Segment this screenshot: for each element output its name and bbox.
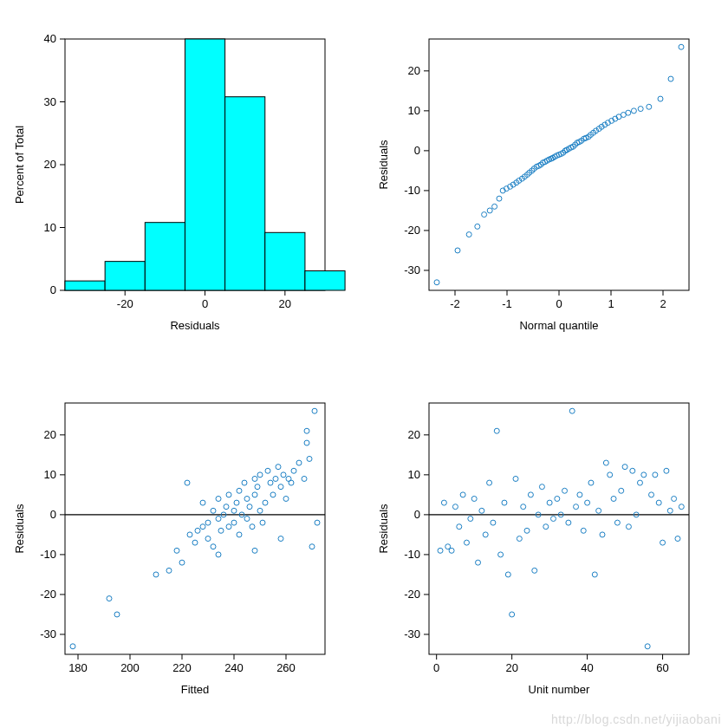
data-point <box>631 108 636 114</box>
histogram-bar <box>145 223 185 290</box>
y-tick-label: 40 <box>44 32 56 45</box>
data-point <box>216 496 221 501</box>
y-tick-label: -10 <box>40 548 56 561</box>
data-point <box>574 504 579 510</box>
data-point <box>466 232 471 237</box>
data-point <box>547 500 552 505</box>
data-point <box>216 516 221 521</box>
x-tick-label: -2 <box>450 297 460 310</box>
data-point <box>179 560 185 565</box>
data-point <box>638 107 643 112</box>
data-point <box>278 484 283 490</box>
data-point <box>114 612 120 617</box>
data-point <box>200 500 205 505</box>
data-point <box>641 472 647 478</box>
x-tick-label: 260 <box>276 661 296 674</box>
data-point <box>492 204 497 209</box>
data-point <box>309 544 315 549</box>
y-tick-label: 10 <box>44 221 56 234</box>
data-point <box>672 496 677 501</box>
x-tick-label: 0 <box>433 661 439 674</box>
data-point <box>434 280 439 285</box>
data-point <box>315 520 320 525</box>
data-point <box>630 468 635 473</box>
data-point <box>234 500 239 505</box>
x-axis-title: Residuals <box>170 319 220 332</box>
histogram-bar <box>265 232 305 290</box>
data-point <box>614 520 620 525</box>
data-point <box>675 536 680 542</box>
data-point <box>502 500 507 505</box>
x-axis-title: Unit number <box>529 683 590 696</box>
data-point <box>452 504 458 510</box>
y-tick-label: -10 <box>404 184 420 197</box>
x-tick-label: 0 <box>202 297 208 310</box>
data-point <box>660 540 666 545</box>
y-tick-label: -10 <box>404 548 420 561</box>
data-point <box>185 480 190 485</box>
data-point <box>521 504 526 510</box>
x-tick-label: -20 <box>117 297 133 310</box>
x-axis-title: Fitted <box>181 683 210 696</box>
data-point <box>619 488 624 493</box>
x-axis-title: Normal quantile <box>519 319 598 332</box>
data-point <box>455 248 460 253</box>
data-point <box>482 212 487 218</box>
data-point <box>231 520 237 525</box>
x-tick-label: 0 <box>556 297 562 310</box>
y-tick-label: 10 <box>44 468 56 481</box>
qq-chart: -2-1012-30-20-1001020Normal quantileResi… <box>364 0 728 364</box>
data-point <box>475 224 480 229</box>
data-point <box>257 508 263 513</box>
data-point <box>438 548 443 553</box>
data-point <box>224 504 229 510</box>
data-point <box>464 540 469 545</box>
data-point <box>174 548 179 553</box>
x-tick-label: -1 <box>502 297 512 310</box>
panel-resid-fitted: 180200220240260-30-20-1001020FittedResid… <box>0 364 364 728</box>
data-point <box>278 536 283 542</box>
y-axis-title: Residuals <box>13 504 26 554</box>
panel-histogram: -20020010203040ResidualsPercent of Total <box>0 0 364 364</box>
data-point <box>577 492 582 497</box>
data-point <box>626 524 631 530</box>
data-point <box>468 516 473 521</box>
data-point <box>276 465 281 470</box>
y-axis-title: Residuals <box>377 504 390 554</box>
data-point <box>517 536 522 542</box>
data-point <box>195 528 200 533</box>
data-point <box>505 572 510 577</box>
histogram-chart: -20020010203040ResidualsPercent of Total <box>0 0 364 364</box>
y-tick-label: 0 <box>414 144 420 157</box>
data-point <box>70 644 75 649</box>
data-point <box>273 476 278 481</box>
plot-box <box>429 403 689 654</box>
data-point <box>260 520 265 525</box>
data-point <box>510 612 515 617</box>
y-tick-label: 30 <box>44 95 56 108</box>
y-tick-label: 10 <box>408 468 420 481</box>
data-point <box>476 560 481 565</box>
x-tick-label: 200 <box>120 661 140 674</box>
data-point <box>596 508 601 513</box>
data-point <box>192 540 198 545</box>
data-point <box>205 536 211 542</box>
data-point <box>668 76 673 81</box>
data-point <box>255 484 260 490</box>
data-point <box>257 472 263 478</box>
data-point <box>252 548 257 553</box>
histogram-bar <box>185 39 224 290</box>
data-point <box>263 500 268 505</box>
y-tick-label: 0 <box>414 508 420 521</box>
data-point <box>244 496 250 501</box>
data-point <box>242 480 247 485</box>
data-point <box>304 440 309 445</box>
data-point <box>679 504 684 510</box>
data-point <box>250 524 255 530</box>
data-point <box>307 456 312 461</box>
data-point <box>441 500 446 505</box>
histogram-bar <box>225 97 265 290</box>
data-point <box>626 110 631 115</box>
data-point <box>252 476 257 481</box>
data-point <box>592 572 597 577</box>
